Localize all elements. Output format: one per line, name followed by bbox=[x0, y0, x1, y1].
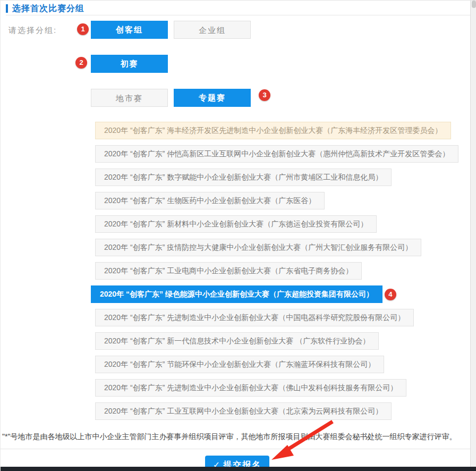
competition-option[interactable]: 2020年 “创客广东” 仲恺高新区工业互联网中小企业创新创业大赛（惠州仲恺高新… bbox=[95, 145, 458, 163]
competition-option[interactable]: 2020年 “创客广东” 新材料中小企业创新创业大赛（广东德运创业投资有限公司） bbox=[95, 215, 377, 233]
scrollbar-thumb[interactable] bbox=[472, 1, 476, 8]
competition-row: 2020年 “创客广东” 仲恺高新区工业互联网中小企业创新创业大赛（惠州仲恺高新… bbox=[95, 145, 467, 169]
step-3-badge: 3 bbox=[259, 89, 270, 101]
page-title: 选择首次比赛分组 bbox=[12, 3, 84, 14]
competition-row: 2020年 “创客广东” 数字赋能中小企业创新创业大赛（广州市黄埔区工业和信息化… bbox=[95, 169, 467, 192]
group-option-enterprise-button[interactable]: 企业组 bbox=[174, 21, 251, 39]
competition-row: 2020年 “创客广东” 先进制造业中小企业创新创业大赛（佛山中发科创科技服务有… bbox=[95, 379, 467, 402]
competition-list: 2020年 “创客广东” 海丰经济开发区先进制造中小企业创新创业大赛（广东海丰经… bbox=[95, 122, 467, 426]
title-accent-bar bbox=[6, 4, 8, 13]
competition-option[interactable]: 2020年 “创客广东” 工业电商中小企业创新创业大赛（广东省电子商务协会） bbox=[95, 262, 362, 280]
stage-option-preliminary-button[interactable]: 初赛 bbox=[91, 55, 168, 73]
group-option-maker-button[interactable]: 创客组 bbox=[91, 21, 168, 39]
competition-option[interactable]: 2020年 “创客广东” 新一代信息技术中小企业创新创业大赛 （广东软件行业协会… bbox=[95, 332, 379, 350]
group-select-label: 请选择分组: bbox=[8, 26, 57, 36]
competition-option[interactable]: 2020年 “创客广东” 疫情防控与大健康中小企业创新创业大赛（广州大智汇创业服… bbox=[95, 239, 421, 256]
round-option-city-button[interactable]: 地市赛 bbox=[91, 89, 168, 107]
step-2-badge: 2 bbox=[75, 57, 87, 69]
competition-option[interactable]: 2020年 “创客广东” 工业互联网中小企业创新创业大赛（北京索为云网科技有限公… bbox=[95, 402, 392, 420]
competition-option[interactable]: 2020年 “创客广东” 先进制造业中小企业创新创业大赛（佛山中发科创科技服务有… bbox=[95, 379, 406, 397]
page-header: 选择首次比赛分组 bbox=[6, 3, 84, 14]
competition-option[interactable]: 2020年 “创客广东” 先进制造业中小企业创新创业大赛（中国电器科学研究院股份… bbox=[95, 309, 414, 326]
step-4-badge: 4 bbox=[385, 289, 396, 300]
competition-option[interactable]: 2020年 “创客广东” 节能环保中小企业创新创业大赛（广东瀚蓝环保科技有限公司… bbox=[95, 356, 384, 373]
competition-option-selected[interactable]: 2020年 “创客广东” 绿色能源中小企业创新创业大赛（广东超能投资集团有限公司… bbox=[91, 285, 382, 303]
competition-option[interactable]: 2020年 “创客广东” 数字赋能中小企业创新创业大赛（广州市黄埔区工业和信息化… bbox=[95, 169, 392, 186]
competition-row: 2020年 “创客广东” 绿色能源中小企业创新创业大赛（广东超能投资集团有限公司… bbox=[95, 285, 467, 309]
competition-row: 2020年 “创客广东” 生物医药中小企业创新创业大赛（广东医谷） bbox=[95, 192, 467, 215]
competition-row: 2020年 “创客广东” 先进制造业中小企业创新创业大赛（中国电器科学研究院股份… bbox=[95, 309, 467, 332]
registration-group-page: 选择首次比赛分组 请选择分组: 1 创客组 企业组 2 初赛 地市赛 专题赛 3… bbox=[0, 0, 476, 471]
competition-row: 2020年 “创客广东” 新一代信息技术中小企业创新创业大赛 （广东软件行业协会… bbox=[95, 332, 467, 356]
competition-option[interactable]: 2020年 “创客广东” 生物医药中小企业创新创业大赛（广东医谷） bbox=[95, 192, 325, 209]
competition-row: 2020年 “创客广东” 海丰经济开发区先进制造中小企业创新创业大赛（广东海丰经… bbox=[95, 122, 467, 145]
footer-divider bbox=[1, 449, 476, 449]
competition-option[interactable]: 2020年 “创客广东” 海丰经济开发区先进制造中小企业创新创业大赛（广东海丰经… bbox=[95, 122, 451, 139]
competition-row: 2020年 “创客广东” 新材料中小企业创新创业大赛（广东德运创业投资有限公司） bbox=[95, 215, 467, 239]
step-1-badge: 1 bbox=[77, 23, 89, 35]
competition-row: 2020年 “创客广东” 节能环保中小企业创新创业大赛（广东瀚蓝环保科技有限公司… bbox=[95, 356, 467, 379]
competition-row: 2020年 “创客广东” 工业互联网中小企业创新创业大赛（北京索为云网科技有限公… bbox=[95, 402, 467, 426]
page-scrollbar[interactable] bbox=[470, 1, 476, 467]
competition-row: 2020年 “创客广东” 工业电商中小企业创新创业大赛（广东省电子商务协会） bbox=[95, 262, 467, 285]
round-option-special-button[interactable]: 专题赛 bbox=[174, 89, 251, 107]
review-note-text: "*"号地市是由各地级以上市中小企业主管部门主办赛事并组织项目评审，其他地市所报… bbox=[2, 432, 475, 442]
bottom-edge-bar bbox=[1, 467, 476, 471]
competition-row: 2020年 “创客广东” 疫情防控与大健康中小企业创新创业大赛（广州大智汇创业服… bbox=[95, 239, 467, 262]
header-divider bbox=[6, 15, 470, 15]
